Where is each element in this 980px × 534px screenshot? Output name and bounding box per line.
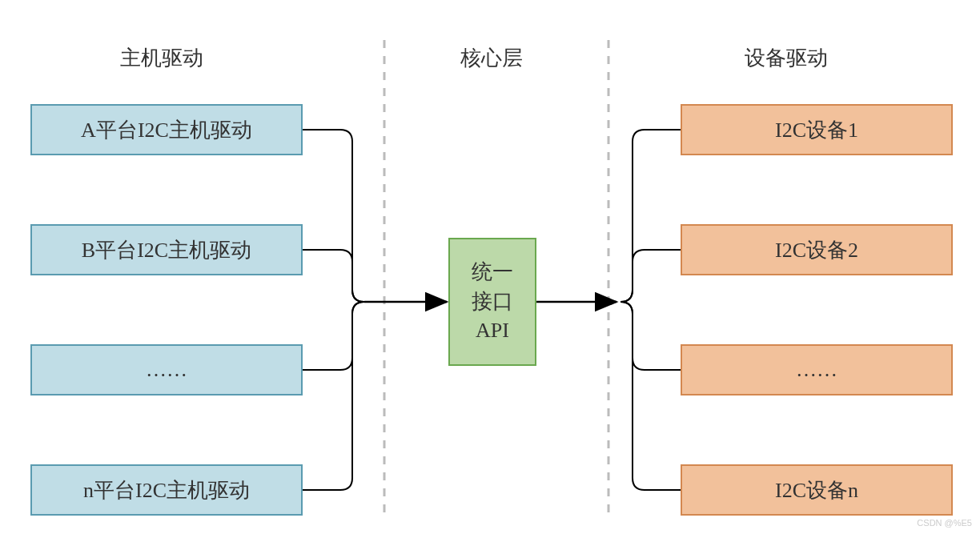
title-right: 设备驱动	[745, 44, 828, 72]
host-driver-a: A平台I2C主机驱动	[30, 104, 303, 155]
core-api-line2: 接口	[472, 287, 513, 316]
host-driver-ellipsis: ……	[30, 344, 303, 395]
title-left: 主机驱动	[120, 44, 203, 72]
device-n: I2C设备n	[681, 464, 953, 516]
device-2: I2C设备2	[681, 224, 953, 275]
title-center: 核心层	[460, 44, 523, 72]
device-ellipsis: ……	[681, 344, 953, 395]
host-driver-n: n平台I2C主机驱动	[30, 464, 303, 516]
watermark: CSDN @%E5	[917, 518, 972, 528]
core-api-box: 统一 接口 API	[448, 238, 536, 366]
core-api-line3: API	[472, 316, 513, 345]
device-1: I2C设备1	[681, 104, 953, 155]
host-driver-b: B平台I2C主机驱动	[30, 224, 303, 275]
core-api-line1: 统一	[472, 258, 513, 287]
